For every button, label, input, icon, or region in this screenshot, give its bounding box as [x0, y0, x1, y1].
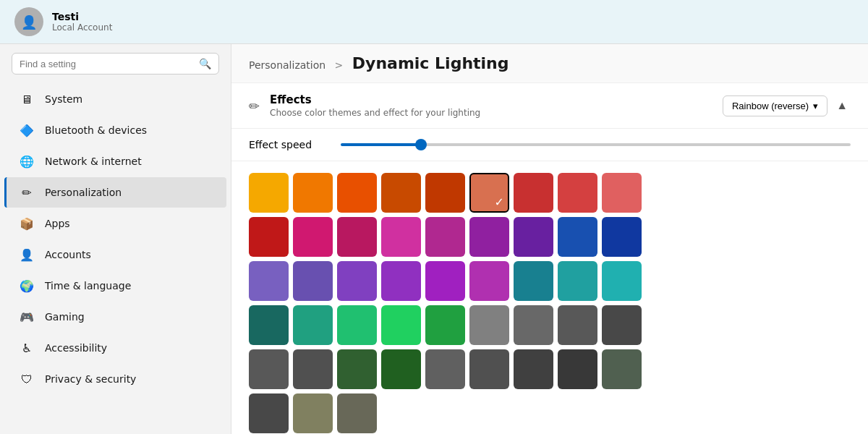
effects-title: Effects — [270, 93, 480, 106]
color-swatch[interactable] — [293, 217, 333, 257]
color-swatch[interactable] — [425, 173, 465, 213]
sidebar-item-privacy[interactable]: 🛡 Privacy & security — [4, 364, 226, 394]
sidebar-item-bluetooth[interactable]: 🔷 Bluetooth & devices — [4, 115, 226, 145]
color-swatch[interactable] — [249, 393, 289, 433]
color-swatch[interactable] — [337, 173, 377, 213]
color-swatch[interactable] — [293, 349, 333, 389]
color-swatch[interactable] — [514, 217, 553, 257]
color-swatch[interactable] — [381, 217, 421, 257]
color-swatch[interactable] — [337, 393, 377, 433]
color-swatch[interactable] — [249, 261, 289, 301]
breadcrumb: Personalization > Dynamic Lighting — [231, 44, 868, 83]
effect-dropdown-label: Rainbow (reverse) — [732, 101, 809, 111]
color-swatch[interactable] — [602, 173, 642, 213]
system-icon: 🖥 — [19, 91, 35, 107]
color-swatch[interactable] — [602, 217, 642, 257]
sidebar-item-label: Network & internet — [45, 156, 142, 167]
color-swatch[interactable] — [337, 349, 377, 389]
color-swatch[interactable] — [425, 305, 465, 345]
effects-subtitle: Choose color themes and effect for your … — [270, 108, 480, 118]
color-swatch[interactable] — [293, 261, 333, 301]
breadcrumb-parent: Personalization — [249, 59, 326, 71]
color-swatch[interactable] — [469, 217, 509, 257]
sidebar-item-accounts[interactable]: 👤 Accounts — [4, 239, 226, 270]
color-swatch[interactable] — [425, 261, 465, 301]
color-swatch[interactable] — [293, 173, 333, 213]
sidebar-item-personalization[interactable]: ✏️ Personalization — [4, 177, 226, 208]
effects-left: ✏️ Effects Choose color themes and effec… — [249, 93, 480, 118]
search-box[interactable]: 🔍 — [12, 53, 219, 75]
speed-slider[interactable] — [341, 143, 851, 146]
bluetooth-icon: 🔷 — [19, 122, 35, 138]
color-swatch[interactable] — [558, 217, 597, 257]
color-swatch[interactable] — [381, 261, 421, 301]
color-swatch[interactable] — [469, 261, 509, 301]
chevron-up-icon: ▲ — [836, 99, 848, 111]
color-row — [249, 173, 851, 213]
sidebar-item-gaming[interactable]: 🎮 Gaming — [4, 302, 226, 332]
sidebar-item-label: Bluetooth & devices — [45, 124, 147, 136]
color-swatch[interactable] — [293, 393, 333, 433]
sidebar-item-label: Gaming — [45, 311, 85, 323]
sidebar-item-accessibility[interactable]: ♿ Accessibility — [4, 333, 226, 363]
avatar-icon: 👤 — [21, 14, 37, 30]
color-swatch[interactable] — [249, 349, 289, 389]
apps-icon: 📦 — [19, 216, 35, 231]
effect-speed-row: Effect speed — [231, 129, 868, 161]
color-swatch[interactable] — [469, 305, 509, 345]
color-swatch[interactable] — [337, 261, 377, 301]
header: 👤 Testi Local Account — [0, 0, 868, 44]
color-swatch[interactable] — [514, 261, 553, 301]
color-row — [249, 305, 851, 345]
sidebar-item-label: Privacy & security — [45, 373, 136, 385]
color-swatch[interactable] — [249, 305, 289, 345]
color-swatch[interactable] — [558, 349, 597, 389]
color-swatch[interactable] — [469, 349, 509, 389]
sidebar-item-apps[interactable]: 📦 Apps — [4, 208, 226, 239]
privacy-icon: 🛡 — [19, 371, 35, 387]
color-swatch[interactable] — [514, 173, 553, 213]
color-swatch[interactable] — [381, 173, 421, 213]
color-swatch[interactable] — [514, 349, 553, 389]
color-row — [249, 393, 851, 433]
effect-dropdown[interactable]: Rainbow (reverse) ▾ — [723, 95, 827, 116]
color-swatch[interactable] — [558, 173, 597, 213]
collapse-button[interactable]: ▲ — [833, 96, 851, 115]
color-swatch[interactable] — [602, 349, 642, 389]
sidebar-item-system[interactable]: 🖥 System — [4, 84, 226, 114]
color-swatch[interactable] — [469, 173, 509, 213]
personalization-icon: ✏️ — [19, 184, 35, 200]
color-swatch[interactable] — [381, 349, 421, 389]
color-swatch[interactable] — [558, 305, 597, 345]
color-swatch[interactable] — [514, 305, 553, 345]
search-icon: 🔍 — [199, 58, 211, 69]
effects-section-header: ✏️ Effects Choose color themes and effec… — [231, 83, 868, 129]
sidebar-item-label: Personalization — [45, 187, 122, 198]
color-swatch[interactable] — [425, 217, 465, 257]
color-swatch[interactable] — [425, 349, 465, 389]
breadcrumb-separator: > — [335, 59, 344, 71]
color-swatch[interactable] — [337, 217, 377, 257]
sidebar-item-label: Time & language — [45, 280, 131, 292]
color-swatch[interactable] — [337, 305, 377, 345]
color-grid — [231, 161, 868, 434]
color-row — [249, 261, 851, 301]
sidebar-item-network[interactable]: 🌐 Network & internet — [4, 146, 226, 176]
color-swatch[interactable] — [558, 261, 597, 301]
color-swatch[interactable] — [249, 217, 289, 257]
network-icon: 🌐 — [19, 153, 35, 169]
sidebar-item-label: System — [45, 93, 82, 105]
avatar: 👤 — [14, 7, 43, 36]
color-swatch[interactable] — [602, 261, 642, 301]
color-swatch[interactable] — [602, 305, 642, 345]
search-input[interactable] — [20, 59, 193, 69]
effects-right: Rainbow (reverse) ▾ ▲ — [723, 95, 851, 116]
color-swatch[interactable] — [293, 305, 333, 345]
sidebar-item-time[interactable]: 🌍 Time & language — [4, 271, 226, 301]
color-swatch[interactable] — [381, 305, 421, 345]
user-info: Testi Local Account — [52, 11, 112, 33]
username: Testi — [52, 11, 112, 22]
color-row — [249, 217, 851, 257]
color-swatch[interactable] — [249, 173, 289, 213]
user-role: Local Account — [52, 22, 112, 33]
